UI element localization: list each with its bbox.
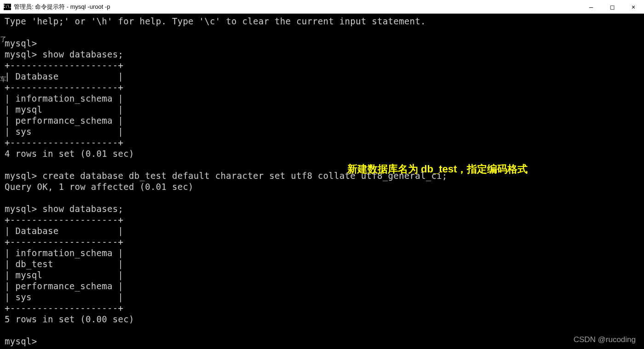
- terminal-line: +--------------------+: [5, 303, 123, 313]
- terminal-line: 4 rows in set (0.01 sec): [5, 149, 134, 159]
- terminal-line: | mysql |: [5, 270, 123, 280]
- app-icon: C:\.: [4, 4, 11, 10]
- terminal-line: | sys |: [5, 126, 123, 137]
- terminal-line: mysql> show databases;: [5, 49, 123, 59]
- maximize-button[interactable]: □: [602, 0, 623, 13]
- terminal-line: | sys |: [5, 292, 123, 302]
- terminal-line: | information_schema |: [5, 248, 123, 258]
- terminal-line: | performance_schema |: [5, 281, 123, 291]
- terminal-line: | Database |: [5, 226, 123, 236]
- window-controls: — □ ×: [581, 0, 644, 13]
- csdn-watermark: CSDN @rucoding: [574, 335, 636, 344]
- terminal-line: +--------------------+: [5, 137, 123, 148]
- terminal-line: +--------------------+: [5, 215, 123, 225]
- terminal-line: | Database |: [5, 71, 123, 81]
- terminal-line: | mysql |: [5, 104, 123, 114]
- terminal-line: 5 rows in set (0.00 sec): [5, 314, 134, 324]
- terminal-line: mysql>: [5, 38, 37, 48]
- close-button[interactable]: ×: [623, 0, 644, 13]
- yellow-annotation: 新建数据库名为 db_test，指定编码格式: [347, 162, 528, 176]
- terminal-line: +--------------------+: [5, 82, 123, 92]
- terminal-line: +--------------------+: [5, 237, 123, 247]
- terminal-output[interactable]: Type 'help;' or '\h' for help. Type '\c'…: [0, 14, 644, 347]
- terminal-line: +--------------------+: [5, 60, 123, 70]
- window-title: 管理员: 命令提示符 - mysql -uroot -p: [14, 3, 110, 11]
- window-titlebar[interactable]: C:\. 管理员: 命令提示符 - mysql -uroot -p — □ ×: [0, 0, 644, 14]
- terminal-line: mysql> show databases;: [5, 204, 123, 214]
- minimize-button[interactable]: —: [581, 0, 602, 13]
- terminal-line: | performance_schema |: [5, 115, 123, 126]
- terminal-line: Type 'help;' or '\h' for help. Type '\c'…: [5, 16, 426, 26]
- terminal-line: | information_schema |: [5, 93, 123, 103]
- terminal-line: mysql>: [5, 336, 37, 346]
- terminal-line: | db_test |: [5, 259, 123, 269]
- terminal-line: Query OK, 1 row affected (0.01 sec): [5, 182, 194, 192]
